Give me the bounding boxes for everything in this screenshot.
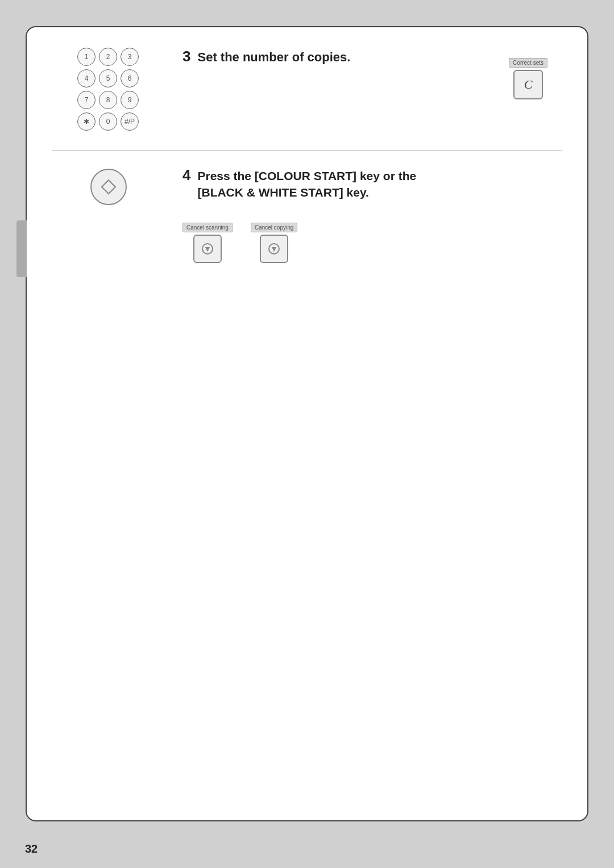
step3-title: Set the number of copies. (197, 50, 350, 65)
keypad-area: 1 2 3 4 5 6 7 8 9 ✱ 0 #/P (52, 48, 165, 132)
step4-number: 4 (182, 166, 190, 184)
step4-title: Press the [COLOUR START] key or the [BLA… (197, 168, 416, 201)
step3-content: 3 Set the number of copies. (165, 48, 562, 76)
cancel-scanning-label: Cancel scanning (182, 223, 233, 232)
cancel-copying-group: Cancel copying (251, 223, 297, 263)
left-tab (16, 220, 27, 277)
key-6[interactable]: 6 (121, 69, 139, 87)
main-card: 1 2 3 4 5 6 7 8 9 ✱ 0 #/P 3 Se (26, 26, 588, 821)
section-divider (52, 150, 562, 151)
stop-copying-icon (268, 243, 280, 254)
key-4[interactable]: 4 (77, 69, 96, 87)
cancel-scanning-group: Cancel scanning (182, 223, 233, 263)
key-1[interactable]: 1 (77, 48, 96, 66)
key-star[interactable]: ✱ (77, 112, 96, 131)
key-3[interactable]: 3 (121, 48, 139, 66)
start-icon (99, 178, 118, 196)
start-button[interactable] (90, 169, 127, 205)
correct-sets-group: Correct sets C (509, 58, 547, 99)
correct-sets-button[interactable]: C (513, 70, 543, 99)
step4-content: 4 Press the [COLOUR START] key or the [B… (165, 166, 562, 263)
key-9[interactable]: 9 (121, 91, 139, 109)
key-0[interactable]: 0 (99, 112, 117, 131)
correct-sets-symbol: C (524, 77, 533, 92)
stop-scanning-icon (202, 243, 213, 254)
key-hash[interactable]: #/P (121, 112, 139, 131)
step4-section: 4 Press the [COLOUR START] key or the [B… (52, 166, 562, 263)
key-8[interactable]: 8 (99, 91, 117, 109)
step3-heading: 3 Set the number of copies. (182, 48, 562, 65)
cancel-copying-button[interactable] (260, 235, 288, 263)
page-wrapper: 1 2 3 4 5 6 7 8 9 ✱ 0 #/P 3 Se (0, 0, 614, 868)
step3-section: 1 2 3 4 5 6 7 8 9 ✱ 0 #/P 3 Se (52, 48, 562, 132)
cancel-keys-row: Cancel scanning Cancel copying (182, 223, 562, 263)
correct-sets-label: Correct sets (509, 58, 547, 68)
cancel-scanning-button[interactable] (193, 235, 222, 263)
key-5[interactable]: 5 (99, 69, 117, 87)
page-number: 32 (0, 842, 38, 856)
svg-marker-0 (102, 180, 115, 194)
step3-number: 3 (182, 48, 190, 65)
step4-left (52, 166, 165, 205)
key-2[interactable]: 2 (99, 48, 117, 66)
key-7[interactable]: 7 (77, 91, 96, 109)
keypad-grid: 1 2 3 4 5 6 7 8 9 ✱ 0 #/P (77, 48, 140, 132)
step4-heading: 4 Press the [COLOUR START] key or the [B… (182, 166, 562, 212)
cancel-copying-label: Cancel copying (251, 223, 297, 232)
